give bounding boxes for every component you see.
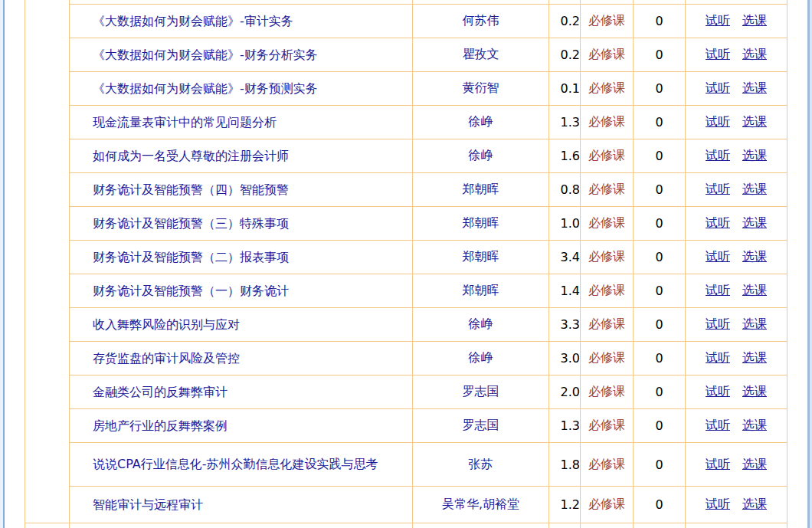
row-actions: 试听选课 [686,376,787,409]
course-row: 《大数据如何为财会赋能》-财务预测实务 黄衍智 0.1 必修课 0 试听选课 [70,72,787,106]
audition-link[interactable]: 试听 [706,283,730,297]
audition-link[interactable]: 试听 [706,148,730,162]
count-value: 0 [634,342,686,376]
outer-table-left-border [25,0,25,528]
course-table: 《大数据如何为财会赋能》-审计实务 何苏伟 0.2 必修课 0 试听选课 《大数… [69,0,787,528]
count-value: 0 [634,139,686,173]
required-course-badge: 必修课 [581,139,634,173]
course-title: 如何成为一名受人尊敬的注册会计师 [70,139,413,173]
course-row: 说说CPA行业信息化-苏州众勤信息化建设实践与思考 张苏 1.8 必修课 0 试… [70,443,787,487]
course-title: 《大数据如何为财会赋能》-财务预测实务 [70,72,413,106]
audition-link[interactable]: 试听 [706,497,730,511]
course-row: 《大数据如何为财会赋能》-审计实务 何苏伟 0.2 必修课 0 试听选课 [70,5,787,38]
course-title: 《大数据如何为财会赋能》-财务分析实务 [70,38,413,72]
audition-link[interactable]: 试听 [706,249,730,264]
row-actions: 试听选课 [686,139,787,173]
row-actions: 试听选课 [686,443,787,487]
required-course-badge: 必修课 [581,443,634,487]
select-course-link[interactable]: 选课 [742,249,767,264]
select-course-link[interactable]: 选课 [742,384,767,398]
select-course-link[interactable]: 选课 [742,497,767,511]
instructor-name: 徐峥 [413,342,549,376]
course-row: 财务诡计及智能预警（二）报表事项 郑朝晖 3.4 必修课 0 试听选课 [70,241,787,274]
instructor-name: 黄衍智 [413,72,549,106]
credit-hours: 0.2 [549,38,581,72]
course-row: 收入舞弊风险的识别与应对 徐峥 3.3 必修课 0 试听选课 [70,308,787,342]
select-course-link[interactable]: 选课 [742,215,767,230]
select-course-link[interactable]: 选课 [742,148,767,162]
row-actions: 试听选课 [686,72,787,106]
course-title: 说说CPA行业信息化-苏州众勤信息化建设实践与思考 [70,443,413,487]
credit-hours: 1.3 [549,106,581,139]
row-actions: 试听选课 [686,38,787,72]
audition-link[interactable]: 试听 [706,13,730,28]
select-course-link[interactable]: 选课 [742,418,767,432]
row-actions: 试听选课 [686,173,787,207]
count-value: 0 [634,38,686,72]
select-course-link[interactable]: 选课 [742,182,767,196]
row-actions: 试听选课 [686,409,787,443]
row-actions: 试听选课 [686,342,787,376]
count-value: 0 [634,409,686,443]
count-value: 0 [634,443,686,487]
course-row: 智能审计与远程审计 吴常华,胡裕堂 1.2 必修课 0 试听选课 [70,487,787,523]
credit-hours: 1.6 [549,139,581,173]
credit-hours: 1.2 [549,487,581,523]
required-course-badge: 必修课 [581,342,634,376]
audition-link[interactable]: 试听 [706,316,730,331]
credit-hours: 3.0 [549,342,581,376]
credit-hours: 1.8 [549,443,581,487]
course-row: 金融类公司的反舞弊审计 罗志国 2.0 必修课 0 试听选课 [70,376,787,409]
audition-link[interactable]: 试听 [706,182,730,196]
instructor-name: 郑朝晖 [413,274,549,308]
required-course-badge: 必修课 [581,308,634,342]
credit-hours: 1.3 [549,409,581,443]
required-course-badge: 必修课 [581,5,634,38]
instructor-name: 吴常华,胡裕堂 [413,487,549,523]
audition-link[interactable]: 试听 [706,47,730,61]
count-value: 0 [634,173,686,207]
required-course-badge: 必修课 [581,487,634,523]
instructor-name: 瞿孜文 [413,38,549,72]
row-actions: 试听选课 [686,274,787,308]
required-course-badge: 必修课 [581,173,634,207]
audition-link[interactable]: 试听 [706,350,730,365]
window-left-border [3,0,5,528]
course-row: 财务诡计及智能预警（一）财务诡计 郑朝晖 1.4 必修课 0 试听选课 [70,274,787,308]
credit-hours: 3.3 [549,308,581,342]
row-actions: 试听选课 [686,308,787,342]
select-course-link[interactable]: 选课 [742,47,767,61]
audition-link[interactable]: 试听 [706,384,730,398]
credit-hours: 0.2 [549,5,581,38]
audition-link[interactable]: 试听 [706,457,730,471]
count-value: 0 [634,241,686,274]
audition-link[interactable]: 试听 [706,215,730,230]
course-row: 房地产行业的反舞弊案例 罗志国 1.3 必修课 0 试听选课 [70,409,787,443]
select-course-link[interactable]: 选课 [742,350,767,365]
audition-link[interactable]: 试听 [706,114,730,129]
audition-link[interactable]: 试听 [706,80,730,95]
count-value: 0 [634,207,686,241]
course-title: 房地产行业的反舞弊案例 [70,409,413,443]
credit-hours: 2.0 [549,376,581,409]
select-course-link[interactable]: 选课 [742,80,767,95]
select-course-link[interactable]: 选课 [742,114,767,129]
select-course-link[interactable]: 选课 [742,316,767,331]
row-actions: 试听选课 [686,106,787,139]
course-row: 《大数据如何为财会赋能》-财务分析实务 瞿孜文 0.2 必修课 0 试听选课 [70,38,787,72]
course-row: 财务诡计及智能预警（四）智能预警 郑朝晖 0.8 必修课 0 试听选课 [70,173,787,207]
audition-link[interactable]: 试听 [706,418,730,432]
course-title: 财务诡计及智能预警（一）财务诡计 [70,274,413,308]
course-title: 智能审计与远程审计 [70,487,413,523]
partial-row-bottom [70,523,787,528]
select-course-link[interactable]: 选课 [742,13,767,28]
instructor-name: 罗志国 [413,376,549,409]
count-value: 0 [634,106,686,139]
required-course-badge: 必修课 [581,207,634,241]
course-title: 《大数据如何为财会赋能》-审计实务 [70,5,413,38]
select-course-link[interactable]: 选课 [742,283,767,297]
course-title: 存货监盘的审计风险及管控 [70,342,413,376]
select-course-link[interactable]: 选课 [742,457,767,471]
course-row: 存货监盘的审计风险及管控 徐峥 3.0 必修课 0 试听选课 [70,342,787,376]
instructor-name: 徐峥 [413,308,549,342]
